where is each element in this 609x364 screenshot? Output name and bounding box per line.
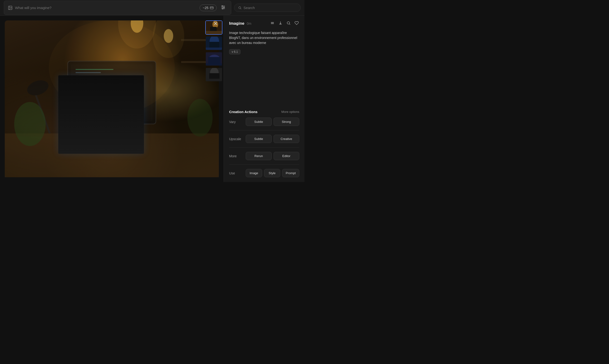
panel-header: Imagine 0m (229, 20, 299, 26)
use-style-button[interactable]: Style (264, 169, 280, 177)
rerun-button[interactable]: Rerun (246, 152, 272, 160)
svg-rect-2 (210, 7, 213, 9)
svg-rect-22 (79, 85, 113, 86)
filter-button[interactable] (219, 3, 227, 12)
credit-badge[interactable]: ~25 (200, 4, 217, 11)
more-buttons: Rerun Editor (246, 152, 299, 160)
svg-point-7 (222, 6, 223, 7)
main-image (5, 20, 219, 177)
svg-rect-32 (79, 116, 113, 117)
svg-rect-33 (107, 124, 117, 133)
svg-rect-59 (206, 79, 222, 82)
use-row: Use Image Style Prompt (229, 169, 299, 177)
thumbnail-4[interactable] (205, 67, 222, 82)
menu-icon (270, 21, 275, 25)
prompt-input-wrap[interactable]: ~25 (4, 1, 231, 15)
svg-point-8 (224, 7, 224, 8)
svg-rect-26 (79, 97, 117, 98)
use-buttons: Image Style Prompt (246, 169, 299, 177)
svg-rect-21 (76, 81, 95, 82)
upscale-subtle-button[interactable]: Subtle (246, 135, 272, 143)
vary-strong-button[interactable]: Strong (274, 117, 300, 126)
svg-rect-54 (208, 57, 221, 64)
download-icon (278, 21, 283, 25)
panel-time: 0m (247, 22, 251, 26)
vary-label: Vary (229, 120, 243, 124)
search-icon (238, 6, 242, 10)
more-label: More (229, 154, 243, 158)
svg-rect-19 (79, 75, 110, 76)
use-label: Use (229, 171, 243, 175)
svg-rect-58 (209, 73, 220, 79)
search-icon-button[interactable] (286, 20, 291, 26)
prompt-description: Image technologique faisant apparaître B… (229, 30, 299, 45)
svg-rect-29 (79, 107, 97, 108)
panel-actions (270, 20, 299, 26)
credit-value: ~25 (203, 6, 208, 10)
divider-1 (229, 130, 299, 130)
image-area: ✕ (0, 16, 224, 182)
menu-icon-button[interactable] (270, 20, 275, 26)
upscale-label: Upscale (229, 137, 243, 141)
svg-rect-20 (79, 78, 120, 79)
divider-2 (229, 147, 299, 148)
svg-rect-23 (79, 88, 107, 89)
vary-subtle-button[interactable]: Subtle (246, 117, 272, 126)
svg-rect-34 (96, 133, 127, 135)
svg-rect-24 (76, 91, 120, 92)
editor-button[interactable]: Editor (274, 152, 300, 160)
prompt-input[interactable] (15, 6, 197, 10)
svg-point-9 (222, 8, 223, 9)
main-content: ✕ (0, 16, 304, 182)
image-icon (8, 5, 13, 10)
svg-rect-31 (79, 113, 104, 114)
download-icon-button[interactable] (278, 20, 283, 26)
svg-rect-25 (79, 94, 102, 95)
thumbnail-2[interactable] (205, 36, 222, 50)
svg-rect-55 (206, 64, 222, 66)
svg-rect-3 (210, 7, 213, 8)
creation-actions-header: Creation Actions More options (229, 110, 299, 114)
heart-icon-button[interactable] (294, 20, 299, 26)
search-bar[interactable] (234, 4, 301, 12)
version-badge: v 6.1 (229, 49, 240, 54)
vary-row: Vary Subtle Strong (229, 117, 299, 126)
svg-rect-47 (206, 31, 222, 35)
use-prompt-button[interactable]: Prompt (282, 169, 299, 177)
creation-actions-title: Creation Actions (229, 110, 257, 114)
more-row: More Rerun Editor (229, 152, 299, 160)
sliders-icon (221, 5, 226, 10)
desk-scene-overlay (5, 20, 219, 177)
use-image-button[interactable]: Image (246, 169, 262, 177)
upscale-row: Upscale Subtle Creative (229, 135, 299, 143)
upscale-creative-button[interactable]: Creative (274, 135, 300, 143)
upscale-buttons: Subtle Creative (246, 135, 299, 143)
credit-icon (210, 6, 214, 10)
search-input[interactable] (244, 6, 297, 10)
side-panel: Imagine 0m (224, 16, 304, 182)
panel-title: Imagine (229, 21, 244, 26)
more-options-button[interactable]: More options (281, 110, 299, 114)
thumbnail-strip (205, 20, 222, 82)
svg-rect-28 (79, 104, 110, 104)
svg-rect-27 (76, 101, 103, 102)
top-bar: ~25 (0, 0, 304, 16)
svg-rect-30 (76, 110, 120, 111)
svg-point-10 (239, 7, 240, 9)
svg-point-63 (287, 22, 290, 24)
heart-icon (294, 21, 299, 25)
divider-3 (229, 164, 299, 165)
thumbnail-3[interactable] (205, 52, 222, 66)
svg-point-1 (9, 7, 10, 7)
svg-rect-50 (209, 42, 219, 49)
svg-point-43 (49, 20, 175, 115)
svg-rect-51 (206, 48, 222, 50)
vary-buttons: Subtle Strong (246, 117, 299, 126)
close-button[interactable]: ✕ (212, 20, 219, 27)
panel-search-icon (286, 21, 291, 25)
